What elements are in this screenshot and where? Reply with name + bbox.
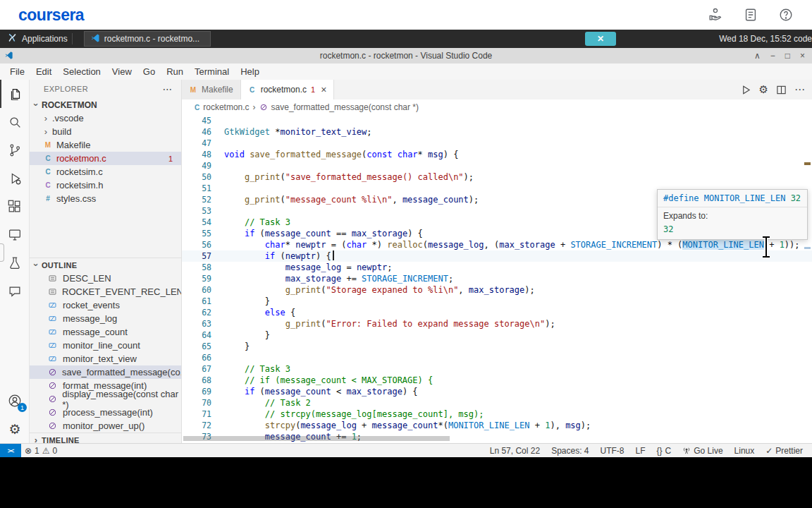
outline-item[interactable]: monitor_text_view bbox=[30, 352, 181, 365]
menu-file[interactable]: File bbox=[4, 66, 30, 77]
help-icon[interactable] bbox=[778, 7, 794, 23]
code-line[interactable]: 65 } bbox=[182, 341, 812, 352]
code-line[interactable]: 49 bbox=[182, 160, 812, 171]
notification-close-button[interactable]: ✕ bbox=[585, 32, 616, 46]
indentation[interactable]: Spaces: 4 bbox=[548, 446, 592, 456]
line-number[interactable]: 65 bbox=[182, 341, 211, 352]
search-icon[interactable] bbox=[0, 108, 30, 136]
code-line[interactable]: 57 if (newptr) { bbox=[182, 250, 812, 262]
line-number[interactable]: 70 bbox=[182, 397, 211, 409]
panel-handle[interactable] bbox=[0, 243, 4, 262]
line-number[interactable]: 46 bbox=[182, 126, 211, 138]
code-line[interactable]: 72 strcpy(message_log + message_count*(M… bbox=[182, 420, 812, 431]
outline-item[interactable]: process_message(int) bbox=[30, 406, 181, 419]
breadcrumb-file[interactable]: rocketmon.c bbox=[203, 102, 249, 112]
remote-indicator[interactable]: >< bbox=[0, 444, 21, 457]
line-number[interactable]: 61 bbox=[182, 296, 211, 307]
comments-icon[interactable] bbox=[0, 277, 30, 306]
line-number[interactable]: 53 bbox=[182, 205, 211, 217]
code-line[interactable]: 47 bbox=[182, 138, 812, 149]
line-number[interactable]: 50 bbox=[182, 171, 211, 183]
line-number[interactable]: 58 bbox=[182, 262, 211, 273]
outline-item[interactable]: rocket_events bbox=[30, 298, 181, 312]
line-number[interactable]: 52 bbox=[182, 194, 211, 205]
code-line[interactable]: 58 message_log = newptr; bbox=[182, 262, 812, 273]
close-icon[interactable]: × bbox=[321, 84, 326, 95]
code-line[interactable]: 45 bbox=[182, 115, 812, 126]
code-line[interactable]: 50 g_print("save_formatted_message() cal… bbox=[182, 171, 812, 183]
run-icon[interactable] bbox=[741, 85, 751, 95]
file-row[interactable]: Crocketsim.c bbox=[30, 165, 181, 179]
outline-item[interactable]: ROCKET_EVENT_REC_LEN bbox=[30, 285, 181, 298]
file-row[interactable]: ›.vscode bbox=[30, 111, 181, 125]
close-button[interactable]: × bbox=[800, 51, 805, 61]
code-line[interactable]: 69 if (message_count < max_storage) { bbox=[182, 386, 812, 397]
prettier-status[interactable]: ✓ Prettier bbox=[762, 446, 806, 456]
menu-edit[interactable]: Edit bbox=[30, 66, 57, 77]
cursor-position[interactable]: Ln 57, Col 22 bbox=[486, 446, 543, 456]
run-debug-icon[interactable] bbox=[0, 164, 30, 193]
line-number[interactable]: 54 bbox=[182, 217, 211, 228]
breadcrumb-symbol[interactable]: save_formatted_message(const char *) bbox=[271, 102, 419, 112]
line-number[interactable]: 62 bbox=[182, 307, 211, 318]
line-number[interactable]: 48 bbox=[182, 149, 211, 160]
line-number[interactable]: 55 bbox=[182, 228, 211, 239]
code-line[interactable]: 61 } bbox=[182, 296, 812, 307]
folder-root[interactable]: › ROCKETMON bbox=[30, 98, 181, 111]
applications-menu[interactable]: Applications bbox=[0, 30, 80, 48]
outline-item[interactable]: monitor_line_count bbox=[30, 339, 181, 352]
title-bar[interactable]: rocketmon.c - rocketmon - Visual Studio … bbox=[0, 48, 812, 64]
code-line[interactable]: 68 // if (message_count < MAX_STORAGE) { bbox=[182, 375, 812, 386]
code-line[interactable]: 63 g_print("Error: Failed to expand mess… bbox=[182, 318, 812, 329]
go-live-button[interactable]: Go Live bbox=[679, 446, 726, 456]
shade-button[interactable]: ∧ bbox=[754, 51, 761, 61]
code-line[interactable]: 62 else { bbox=[182, 307, 812, 318]
line-number[interactable]: 63 bbox=[182, 318, 211, 329]
menu-selection[interactable]: Selection bbox=[57, 66, 106, 77]
line-number[interactable]: 57 bbox=[182, 250, 211, 262]
outline-section-header[interactable]: › OUTLINE bbox=[30, 258, 181, 272]
file-row[interactable]: MMakefile bbox=[30, 138, 181, 152]
tab-rocketmon.c[interactable]: Crocketmon.c1× bbox=[241, 80, 335, 99]
more-actions-icon[interactable]: ⋯ bbox=[163, 83, 173, 95]
remote-explorer-icon[interactable] bbox=[0, 221, 30, 249]
outline-item[interactable]: DESC_LEN bbox=[30, 272, 181, 285]
code-line[interactable]: 71 // strcpy(message_log[message_count],… bbox=[182, 409, 812, 420]
eol-indicator[interactable]: LF bbox=[632, 446, 649, 456]
code-line[interactable]: 59 max_storage += STORAGE_INCREMENT; bbox=[182, 273, 812, 284]
file-row[interactable]: Crocketmon.c1 bbox=[30, 152, 181, 165]
outline-item[interactable]: display_message(const char *) bbox=[30, 392, 181, 406]
menu-help[interactable]: Help bbox=[235, 66, 265, 77]
gear-icon[interactable]: ⚙ bbox=[759, 83, 768, 96]
code-line[interactable]: 64 } bbox=[182, 329, 812, 341]
outline-item[interactable]: save_formatted_message(co... bbox=[30, 365, 181, 379]
os-indicator[interactable]: Linux bbox=[731, 446, 758, 456]
code-line[interactable]: 66 bbox=[182, 352, 812, 363]
source-control-icon[interactable] bbox=[0, 136, 30, 164]
code-line[interactable]: 46GtkWidget *monitor_text_view; bbox=[182, 126, 812, 138]
problems-status[interactable]: ⊗ 1 ⚠ 0 bbox=[21, 446, 61, 456]
line-number[interactable]: 68 bbox=[182, 375, 211, 386]
code-line[interactable]: 48void save_formatted_message(const char… bbox=[182, 149, 812, 160]
maximize-button[interactable]: □ bbox=[785, 51, 790, 61]
line-number[interactable]: 66 bbox=[182, 352, 211, 363]
outline-item[interactable]: monitor_power_up() bbox=[30, 419, 181, 433]
line-number[interactable]: 59 bbox=[182, 273, 211, 284]
outline-item[interactable]: message_count bbox=[30, 325, 181, 339]
line-number[interactable]: 72 bbox=[182, 420, 211, 431]
minimize-button[interactable]: − bbox=[770, 51, 775, 61]
line-number[interactable]: 69 bbox=[182, 386, 211, 397]
file-row[interactable]: ›build bbox=[30, 125, 181, 138]
more-actions-icon[interactable]: ⋯ bbox=[794, 83, 805, 96]
taskbar-clock[interactable]: Wed 18 Dec, 15:52 code bbox=[719, 34, 812, 44]
line-number[interactable]: 71 bbox=[182, 409, 211, 420]
line-number[interactable]: 47 bbox=[182, 138, 211, 149]
tab-makefile[interactable]: MMakefile bbox=[182, 80, 241, 99]
line-number[interactable]: 64 bbox=[182, 329, 211, 341]
code-line[interactable]: 60 g_print("Storage expaned to %li\n", m… bbox=[182, 284, 812, 296]
line-number[interactable]: 51 bbox=[182, 183, 211, 194]
split-editor-icon[interactable] bbox=[776, 85, 787, 95]
code-lines[interactable]: 4546GtkWidget *monitor_text_view;4748voi… bbox=[182, 115, 812, 443]
file-row[interactable]: #styles.css bbox=[30, 192, 181, 205]
settings-gear-icon[interactable]: ⚙ bbox=[0, 415, 30, 443]
